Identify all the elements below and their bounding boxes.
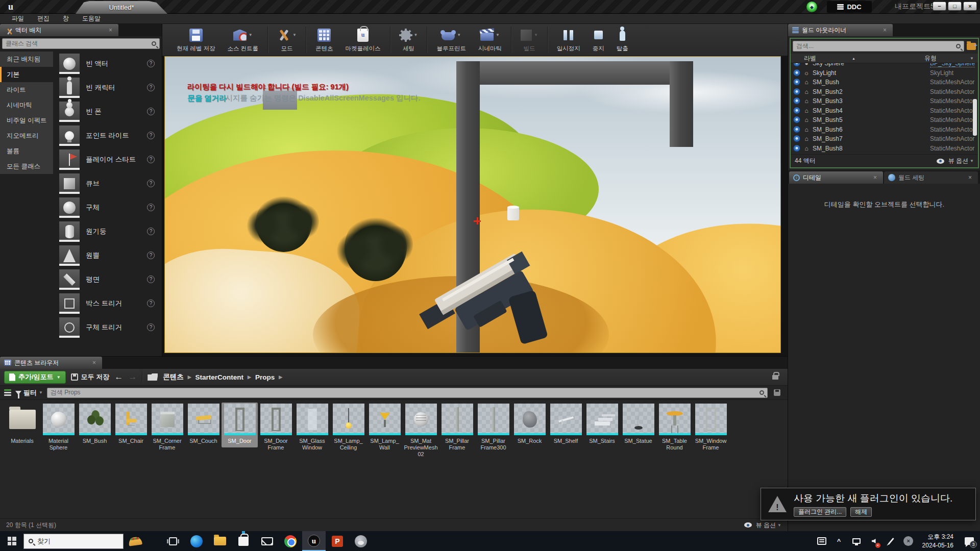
actor-type[interactable]: StaticMeshActor: [930, 116, 974, 123]
asset-tile[interactable]: SM_Chair: [113, 403, 149, 447]
outliner-row[interactable]: ⌂ SM_Bush6 StaticMeshActor: [791, 125, 978, 135]
asset-tile[interactable]: SM_Door: [222, 403, 258, 447]
category-item[interactable]: 볼륨: [0, 143, 53, 159]
taskbar-app-unreal[interactable]: u: [302, 531, 326, 551]
task-view-button[interactable]: [161, 531, 185, 551]
place-actor-item[interactable]: 빈 폰 ?: [53, 99, 162, 123]
close-button[interactable]: ×: [963, 2, 977, 11]
asset-search-input[interactable]: 검색 Props: [47, 388, 768, 398]
asset-tile[interactable]: Material Sphere: [40, 403, 77, 454]
category-item[interactable]: 최근 배치됨: [0, 52, 53, 67]
asset-tile[interactable]: SM_Stairs: [584, 403, 620, 447]
breadcrumb-item[interactable]: 콘텐츠 ▶: [163, 372, 191, 382]
cinematics-button[interactable]: ▼ 시네마틱: [472, 24, 508, 56]
category-item[interactable]: 라이트: [0, 82, 53, 97]
close-icon[interactable]: ×: [966, 174, 974, 181]
settings-button[interactable]: ▼ 세팅: [394, 24, 424, 56]
actor-type[interactable]: StaticMeshActor: [930, 107, 974, 114]
chevron-down-icon[interactable]: ▼: [496, 33, 500, 37]
actor-type[interactable]: StaticMeshActor: [930, 97, 974, 105]
outliner-row[interactable]: ⌂ SM_Bush StaticMeshActor: [791, 78, 978, 87]
asset-tile[interactable]: SM_Glass Window: [294, 403, 330, 454]
asset-tile[interactable]: SM_Window Frame: [693, 403, 729, 454]
tab-content-browser[interactable]: 콘텐츠 브라우저 ×: [0, 357, 102, 369]
actor-type[interactable]: BP_Sky_Sphere: [930, 63, 975, 67]
pause-button[interactable]: 일시정지: [551, 24, 586, 56]
help-icon[interactable]: ?: [147, 84, 155, 91]
visibility-eye-icon[interactable]: [793, 63, 800, 67]
help-icon[interactable]: ?: [147, 60, 155, 67]
source-control-button[interactable]: ▼ 소스 컨트롤: [221, 24, 264, 56]
breadcrumb-item[interactable]: StarterContent ▶: [195, 373, 251, 381]
tab-world-settings[interactable]: 월드 세팅 ×: [884, 171, 978, 184]
save-all-button[interactable]: 모두 저장: [71, 372, 110, 382]
help-icon[interactable]: ?: [147, 132, 155, 139]
visibility-eye-icon[interactable]: [793, 69, 800, 77]
outliner-row[interactable]: ☼ SkyLight SkyLight: [791, 68, 978, 78]
place-actor-item[interactable]: 박스 트리거 ?: [53, 291, 162, 315]
breadcrumb-item[interactable]: Props ▶: [255, 373, 282, 381]
blueprints-button[interactable]: ▼ 블루프린트: [430, 24, 472, 56]
visibility-eye-icon[interactable]: [793, 145, 800, 152]
class-search-input[interactable]: 클래스 검색: [2, 38, 160, 49]
close-icon[interactable]: ×: [107, 27, 114, 34]
category-item[interactable]: 기본: [0, 67, 53, 82]
add-import-button[interactable]: 추가/임포트 ▼: [4, 371, 66, 384]
tab-place-actors[interactable]: 액터 배치 ×: [0, 24, 118, 36]
asset-tile[interactable]: SM_Mat PreviewMesh 02: [403, 403, 439, 461]
notification-center-button[interactable]: 3: [959, 531, 980, 551]
help-icon[interactable]: ?: [147, 180, 155, 187]
actor-type[interactable]: SkyLight: [930, 69, 953, 77]
modes-button[interactable]: ▼ 모드: [271, 24, 303, 56]
asset-tile[interactable]: SM_Lamp_ Wall: [366, 403, 403, 454]
outliner-row[interactable]: ⌂ SM_Bush4 StaticMeshActor: [791, 106, 978, 116]
chevron-down-icon[interactable]: ▼: [249, 33, 253, 37]
asset-tile[interactable]: SM_Table Round: [656, 403, 693, 454]
place-actor-item[interactable]: 포인트 라이트 ?: [53, 123, 162, 147]
category-item[interactable]: 모든 클래스: [0, 159, 53, 174]
outliner-column-headers[interactable]: 라벨▲ 유형▼: [791, 54, 978, 63]
ddc-button[interactable]: DDC: [827, 1, 872, 13]
content-button[interactable]: 콘텐츠: [309, 24, 339, 56]
help-icon[interactable]: ?: [147, 323, 155, 331]
category-item[interactable]: 지오메트리: [0, 128, 53, 143]
menu-item[interactable]: 도움말: [76, 14, 107, 23]
asset-tile[interactable]: SM_Pillar Frame: [439, 403, 475, 454]
outliner-view-options[interactable]: 뷰 옵션 ▼: [937, 157, 974, 165]
outliner-search-input[interactable]: 검색...: [793, 41, 964, 52]
taskbar-app-store[interactable]: [232, 531, 255, 551]
dismiss-button[interactable]: 해제: [850, 507, 872, 517]
maximize-button[interactable]: □: [948, 2, 962, 11]
tray-app-status[interactable]: ×: [900, 531, 917, 551]
viewport[interactable]: 라이팅을 다시 빌드해야 합니다 (빌드 필요: 91개) 문을 열거라 시지를…: [164, 56, 781, 353]
taskbar-app-mail[interactable]: [255, 531, 279, 551]
news-widget-button[interactable]: [813, 531, 830, 551]
asset-tile[interactable]: SM_Bush: [77, 403, 113, 447]
asset-tile[interactable]: SM_Door Frame: [258, 403, 294, 454]
visibility-eye-icon[interactable]: [793, 97, 800, 105]
place-actor-item[interactable]: 원기둥 ?: [53, 219, 162, 243]
menu-item[interactable]: 편집: [31, 14, 56, 23]
visibility-eye-icon[interactable]: [793, 88, 800, 95]
chevron-down-icon[interactable]: ▼: [970, 56, 974, 61]
place-actor-item[interactable]: 원뿔 ?: [53, 243, 162, 267]
close-icon[interactable]: ×: [881, 27, 889, 34]
outliner-row[interactable]: ⌂ SM_Bush2 StaticMeshActor: [791, 87, 978, 97]
outliner-row[interactable]: ● Sky Sphere BP_Sky_Sphere: [791, 63, 978, 68]
taskbar-app-chrome[interactable]: [279, 531, 302, 551]
place-actor-item[interactable]: 큐브 ?: [53, 171, 162, 195]
search-highlight-icon[interactable]: [124, 531, 147, 551]
actor-type[interactable]: StaticMeshActor: [930, 145, 974, 152]
help-icon[interactable]: ?: [147, 299, 155, 307]
close-icon[interactable]: ×: [90, 359, 98, 366]
tray-network[interactable]: [848, 531, 865, 551]
tab-details[interactable]: i 디테일 ×: [789, 171, 883, 184]
asset-tile[interactable]: SM_Corner Frame: [149, 403, 185, 454]
help-icon[interactable]: ?: [147, 204, 155, 211]
visibility-eye-icon[interactable]: [793, 79, 800, 86]
back-button[interactable]: ←: [114, 372, 123, 382]
taskbar-app-powerpoint[interactable]: P: [326, 531, 349, 551]
start-button[interactable]: [0, 531, 23, 551]
column-label[interactable]: 라벨: [804, 54, 816, 63]
taskbar-search-input[interactable]: 찾기: [23, 534, 124, 549]
